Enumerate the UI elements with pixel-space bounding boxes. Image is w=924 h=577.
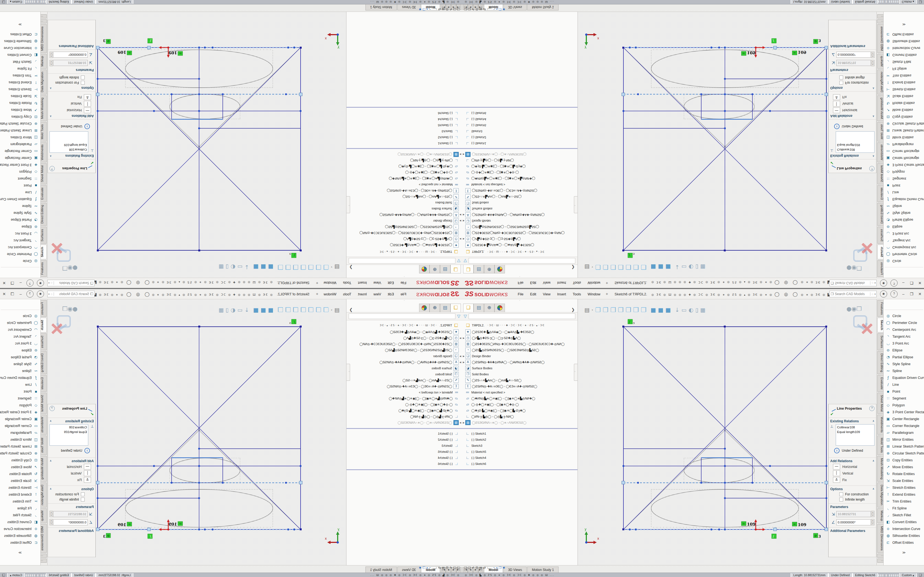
tree-row-top-plane[interactable]: ▱◯·◎✚◯✳◉[◯ ◦ ◯]◉✳◯✚◎·◯ <box>462 170 577 175</box>
tree-row[interactable]: ✎◯ƧS◦∩✳▙Am◯ ◦ ◯mA▙✳∩◦SƧ◯ <box>462 194 577 200</box>
menu-item-circular-sketch-pattern[interactable]: ⊛Circular Sketch Pattern <box>0 120 40 127</box>
menu-item-ellipse[interactable]: ⊖Ellipse <box>0 223 40 230</box>
menu-item-corner-rectangle[interactable]: ▭Corner Rectangle <box>0 148 40 155</box>
dropdown-caret-icon[interactable]: ▾ <box>592 309 593 311</box>
filter-icon[interactable]: ▽ <box>457 314 460 319</box>
tree-root[interactable]: ❑ TЯPDL2. ◦ЗЄ◦Ш◦◦◦✚◦ƆC◦ЗЄ◦∗◦ƧS◦▴◦ЗЄ <box>462 249 577 255</box>
status-toolbar-icons[interactable]: ❏❏✐☰▤⇄∟ ◔◕❐✱ <box>418 7 460 11</box>
menu-item-silhouette-entities[interactable]: ◍Silhouette Entities <box>884 532 924 539</box>
menu-window[interactable]: Window <box>585 291 603 297</box>
tree-row[interactable]: ▶A◯ƧSИN◎◦✚A✚◎ИNA◯ ◦ ◯AИN◎✚A✚◦◎NИSƧ◯ <box>462 212 577 218</box>
menu-item-partial-ellipse[interactable]: ◔Partial Ellipse <box>0 216 40 223</box>
menu-item-3-point-arc[interactable]: ◡3 Point Arc <box>0 230 40 237</box>
menu-edit[interactable]: Edit <box>385 280 397 286</box>
status-corner-icon[interactable]: ❏ <box>917 573 924 577</box>
menu-item-circular-sketch-pattern[interactable]: ⊛Circular Sketch Pattern <box>0 450 40 457</box>
tab-data-migration[interactable]: Data Migration <box>40 69 47 95</box>
menu-item-sketch-fillet[interactable]: ◞Sketch Fillet <box>0 512 40 519</box>
tree-row-design-binder[interactable]: ▶❏Design Binder <box>347 353 462 359</box>
tree-row-material[interactable]: ≔Material < not specified > <box>462 182 577 187</box>
tab-sketch[interactable]: Sketch <box>877 318 884 332</box>
menu-file[interactable]: File <box>397 291 409 297</box>
sketch-row-6[interactable]: ∟(-) Sketch6 <box>347 461 462 467</box>
unit-system-dropdown[interactable]: Custom ▴ <box>899 0 917 4</box>
tab-features[interactable]: Features <box>40 260 47 277</box>
search-dropdown-icon[interactable]: ▾ <box>874 293 876 295</box>
tab-featuremanager[interactable]: ❑ <box>463 265 473 273</box>
solid-cube-icons[interactable]: ■■■ <box>651 264 673 270</box>
tree-splitter-2[interactable] <box>462 469 577 470</box>
tab-configurationmanager[interactable]: ⊕ <box>430 304 440 312</box>
menu-item-line[interactable]: ∕Line <box>884 189 924 196</box>
menu-item-extend-entities[interactable]: ⊺Extend Entities <box>884 491 924 498</box>
headsup-view-toolbar[interactable]: ▤ ▾ ❒❒❒❒❒❒❒ ■■■ ↓▭◐▯▦ <box>217 305 339 315</box>
ok-button[interactable]: ✔ <box>48 412 95 417</box>
length-spinner[interactable]: ▲▼ <box>50 511 53 517</box>
sketch-row-3[interactable]: ∟Sketch3 <box>347 443 462 448</box>
restore-button[interactable]: ❐ <box>8 292 16 296</box>
menu-tools[interactable]: Tools <box>340 280 354 286</box>
tree-row-solid-bodies[interactable]: ❐Solid Bodies <box>347 371 462 377</box>
tab-evaluate[interactable]: Evaluate <box>40 375 47 392</box>
tab-overflow[interactable]: ⋮ <box>877 14 884 18</box>
menu-item-move-entities[interactable]: ↗Move Entities <box>884 464 924 471</box>
tree-row[interactable]: ✎◯ƧS◦∩✳▙Am◯ ◦ ◯mA▙✳∩◦SƧ◯ <box>347 194 462 200</box>
menu-tools[interactable]: Tools <box>570 291 583 297</box>
relation-item[interactable]: Collinear108 <box>837 425 873 430</box>
menu-item-parallelogram[interactable]: ▱Parallelogram <box>0 429 40 436</box>
tree-row[interactable]: ★◯ƧSЗЄ✚◦▙◎ΛA◈◯ ◦ ◯◈AΛ◎▙◦✚ЄЗSƧ◯ <box>462 242 577 248</box>
menu-item-point[interactable]: ▪Point <box>884 388 924 395</box>
tab-propertymanager[interactable]: ▤ <box>440 304 451 312</box>
relation-item[interactable]: Equal length109 <box>837 430 873 434</box>
menu-item-polygon[interactable]: ◇Polygon <box>884 168 924 175</box>
tab-overflow[interactable]: ⋮ <box>877 559 884 563</box>
panel-grip[interactable]: ◦ <box>347 274 462 278</box>
solid-cube-icons[interactable]: ■■■ <box>251 307 274 313</box>
fix-relation-button[interactable]: ⚓Fix <box>50 477 93 483</box>
menu-item-rotate-entities[interactable]: ↻Rotate Entities <box>884 100 924 106</box>
tree-row[interactable]: ▥◯ƧS✚ЗЄƧS◯ИN◎◦✚ƆCЗЄUЗЄƧS◯ ◦ ◯SƧЄЗUЄЗCƆ✚◦… <box>347 341 462 347</box>
menu-item-circle[interactable]: ◎Circle <box>884 258 924 264</box>
pin-menu-icon[interactable]: ✦ <box>605 281 609 285</box>
shaded-sphere-icon[interactable]: ●◉❒ <box>846 306 862 312</box>
minimize-button[interactable]: – <box>16 281 25 285</box>
menu-item-partial-ellipse[interactable]: ◔Partial Ellipse <box>884 216 924 223</box>
relations-listbox[interactable]: Collinear108 Equal length109 <box>836 131 874 153</box>
menu-more-icon[interactable]: ≫ <box>884 23 924 26</box>
tree-splitter-2[interactable] <box>462 107 577 108</box>
relation-item[interactable]: Equal length109 <box>51 143 87 147</box>
angle-spinner[interactable]: ▲▼ <box>871 52 874 58</box>
minimize-button[interactable]: – <box>16 292 25 296</box>
filter-icon[interactable]: ▽ <box>464 314 467 319</box>
infinite-length-checkbox[interactable]: Infinite length <box>837 498 874 501</box>
sketch-row-5[interactable]: ∟(-) Sketch5 <box>462 449 577 455</box>
menu-item-corner-rectangle[interactable]: ▭Corner Rectangle <box>884 148 924 155</box>
menu-edit[interactable]: Edit <box>527 280 539 286</box>
horizontal-relation-button[interactable]: —Horizontal <box>831 464 874 469</box>
menu-item-spline[interactable]: ∾Spline <box>0 203 40 210</box>
collapse-icon[interactable]: ∧ <box>50 459 52 463</box>
angle-parameter-field[interactable]: 0.00000000° <box>836 519 871 525</box>
tab-sheet-metal[interactable]: Sheet Metal <box>40 393 47 414</box>
menu-item-parallelogram[interactable]: ▱Parallelogram <box>884 141 924 148</box>
tab-configurationmanager[interactable]: ⊕ <box>484 265 494 273</box>
tree-row[interactable]: ▶◷◯Λ▙◎✚ƧS◦ʒ◯ ◦ ◯ʒ◦SƧ✚◎▙Λ◯ <box>462 335 577 341</box>
document-icon[interactable]: ▤ <box>585 307 590 313</box>
menu-window[interactable]: Window <box>321 291 339 297</box>
tree-splitter[interactable] <box>462 148 577 149</box>
menu-item-equation-driven-curve[interactable]: ƒEquation Driven Curve <box>884 374 924 381</box>
tab-mbd-dimensions[interactable]: MBD Dimensions <box>40 524 47 553</box>
menu-item-fit-spline[interactable]: ◟Fit Spline <box>0 65 40 72</box>
menu-item-scale-entities[interactable]: ⇲Scale Entities <box>884 93 924 100</box>
tree-row-solid-bodies[interactable]: ❐Solid Bodies <box>462 200 577 206</box>
tree-row[interactable]: Σ◯ƧSИN◎◦✚A∩¤ЗЄ◯ ◦ ◯ЄЗ¤∩A✚◦◎NИSƧ◯ <box>462 188 577 193</box>
filter-input[interactable] <box>349 258 456 263</box>
document-icon[interactable]: ▤ <box>585 264 590 270</box>
tab-evaluate[interactable]: Evaluate <box>40 185 47 202</box>
ok-button[interactable]: ✔ <box>48 160 95 165</box>
tab-weldments[interactable]: Weldments <box>40 142 47 163</box>
tab-sheet-metal[interactable]: Sheet Metal <box>877 393 884 414</box>
tree-row[interactable]: ◔◯ƧS▙◎ƧSИNЗЄƧS◯ ◦ ◯SƧЄЗNИSƧ◎▙SƧ◯ <box>347 347 462 353</box>
tree-row-design-binder[interactable]: ▶❏Design Binder <box>347 218 462 224</box>
fix-relation-button[interactable]: ⚓Fix <box>831 477 874 483</box>
